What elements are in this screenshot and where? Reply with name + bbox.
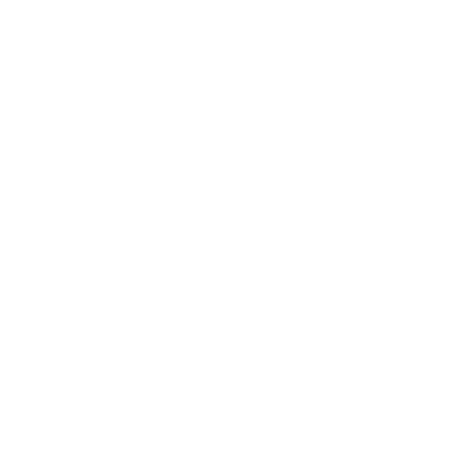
gradient-background [0,0,476,476]
bottleneck-chart [0,0,476,476]
chart-frame [0,0,476,476]
